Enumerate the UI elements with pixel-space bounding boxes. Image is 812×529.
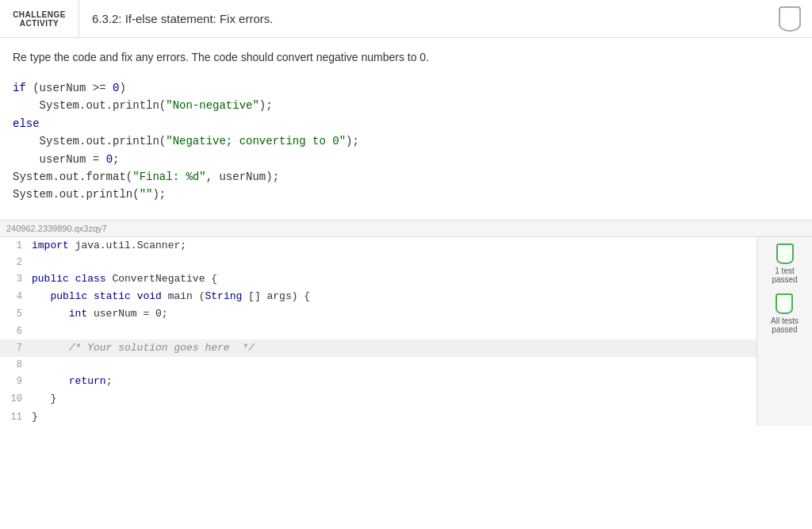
line-content-7: /* Your solution goes here */ xyxy=(32,339,756,357)
code-line-7: System.out.println(""); xyxy=(13,186,799,203)
editor-main[interactable]: 1 import java.util.Scanner; 2 3 public c… xyxy=(0,237,756,426)
editor-line-3: 3 public class ConvertNegative { xyxy=(0,270,756,288)
editor-line-5: 5 int userNum = 0; xyxy=(0,305,756,323)
code-line-4: System.out.println("Negative; converting… xyxy=(13,132,799,150)
code-line-6: System.out.format("Final: %d", userNum); xyxy=(13,168,799,186)
test-result-1: 1 test passed xyxy=(772,243,797,284)
line-number-9: 9 xyxy=(0,374,32,389)
line-number-1: 1 xyxy=(0,238,32,254)
test-result-2: All tests passed xyxy=(771,293,799,334)
test-shield-2 xyxy=(776,293,793,314)
editor-line-8: 8 xyxy=(0,357,756,373)
test-label-1: 1 test passed xyxy=(772,266,797,284)
line-content-11: } xyxy=(32,408,756,426)
editor-line-9: 9 return; xyxy=(0,373,756,390)
badge-line2: ACTIVITY xyxy=(20,19,59,28)
code-editor: 1 import java.util.Scanner; 2 3 public c… xyxy=(0,237,756,426)
shield-icon xyxy=(774,3,806,35)
line-number-11: 11 xyxy=(0,409,32,425)
challenge-badge: CHALLENGE ACTIVITY xyxy=(0,0,79,37)
line-content-4: public static void main (String [] args)… xyxy=(32,288,756,305)
code-line-1: if (userNum >= 0) xyxy=(13,79,799,97)
bottom-section: 240962.2339890.qx3zqy7 1 import java.uti… xyxy=(0,220,812,426)
line-number-10: 10 xyxy=(0,391,32,407)
page-title: 6.3.2: If-else statement: Fix errors. xyxy=(79,12,774,25)
editor-line-4: 4 public static void main (String [] arg… xyxy=(0,288,756,305)
test-label-2: All tests passed xyxy=(771,316,799,334)
badge-line1: CHALLENGE xyxy=(13,10,66,19)
line-content-5: int userNum = 0; xyxy=(32,305,756,323)
line-number-5: 5 xyxy=(0,306,32,322)
editor-line-7: 7 /* Your solution goes here */ xyxy=(0,339,756,357)
test-results-sidebar: 1 test passed All tests passed xyxy=(756,237,812,426)
line-number-8: 8 xyxy=(0,357,32,373)
file-label: 240962.2339890.qx3zqy7 xyxy=(0,220,812,236)
code-line-3: else xyxy=(13,115,799,132)
line-content-3: public class ConvertNegative { xyxy=(32,270,756,288)
line-number-2: 2 xyxy=(0,255,32,270)
header: CHALLENGE ACTIVITY 6.3.2: If-else statem… xyxy=(0,0,812,38)
editor-line-6: 6 xyxy=(0,324,756,339)
code-line-2: System.out.println("Non-negative"); xyxy=(13,97,799,114)
line-content-9: return; xyxy=(32,373,756,390)
test-shield-1 xyxy=(776,243,794,264)
line-content-10: } xyxy=(32,390,756,408)
main-content: Re type the code and fix any errors. The… xyxy=(0,38,812,213)
editor-line-11: 11 } xyxy=(0,408,756,426)
line-content-1: import java.util.Scanner; xyxy=(32,237,756,255)
code-display: if (userNum >= 0) System.out.println("No… xyxy=(13,76,799,207)
line-number-3: 3 xyxy=(0,271,32,287)
editor-line-2: 2 xyxy=(0,255,756,270)
editor-line-10: 10 } xyxy=(0,390,756,408)
line-number-6: 6 xyxy=(0,324,32,339)
instructions-text: Re type the code and fix any errors. The… xyxy=(13,51,799,63)
line-number-4: 4 xyxy=(0,289,32,305)
editor-line-1: 1 import java.util.Scanner; xyxy=(0,237,756,255)
line-number-7: 7 xyxy=(0,340,32,356)
code-line-5: userNum = 0; xyxy=(13,151,799,168)
shield-shape xyxy=(779,6,801,32)
editor-container: 1 import java.util.Scanner; 2 3 public c… xyxy=(0,236,812,426)
